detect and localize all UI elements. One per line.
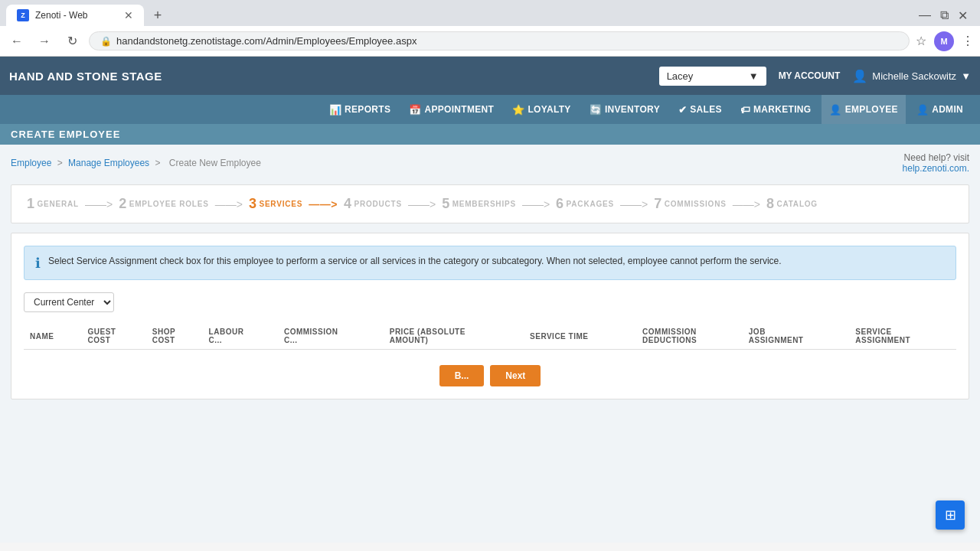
step-arrow-2: ——>: [215, 198, 243, 210]
back-button[interactable]: B...: [439, 365, 485, 386]
nav-label-admin: ADMIN: [932, 104, 963, 115]
refresh-button[interactable]: ↻: [61, 34, 83, 48]
step-arrow-3: ——>: [309, 198, 338, 210]
step-2-employee-roles[interactable]: 2 EMPLOYEE ROLES: [119, 196, 209, 212]
content-area: Employee > Manage Employees > Create New…: [0, 145, 980, 543]
back-button[interactable]: ←: [6, 34, 28, 48]
step-2-label: EMPLOYEE ROLES: [129, 200, 209, 208]
window-controls: — ⧉ ✕: [919, 8, 974, 23]
col-job-assignment: JOBASSIGNMENT: [743, 323, 850, 350]
location-selector: Lacey ▼: [659, 67, 766, 86]
minimize-button[interactable]: —: [919, 8, 931, 23]
help-section: Need help? visit help.zenoti.com.: [903, 152, 969, 174]
nav-item-admin[interactable]: 👤 ADMIN: [909, 95, 971, 124]
step-7-label: COMMISSIONS: [665, 200, 727, 208]
step-arrow-4: ——>: [408, 198, 436, 210]
step-1-number: 1: [27, 196, 35, 212]
nav-label-appointment: APPOINTMENT: [425, 104, 495, 115]
nav-item-sales[interactable]: ✔ SALES: [671, 95, 730, 124]
nav-item-appointment[interactable]: 📅 APPOINTMENT: [401, 95, 501, 124]
info-box: ℹ Select Service Assignment check box fo…: [24, 246, 956, 280]
fab-button[interactable]: ⊞: [936, 500, 965, 530]
app: HAND AND STONE STAGE Lacey ▼ MY ACCOUNT …: [0, 57, 980, 551]
col-guest-cost: GUESTCOST: [82, 323, 146, 350]
location-chevron-icon: ▼: [749, 70, 759, 82]
step-8-catalog[interactable]: 8 CATALOG: [766, 196, 818, 212]
step-6-label: PACKAGES: [567, 200, 614, 208]
nav-item-loyalty[interactable]: ⭐ LOYALTY: [505, 95, 578, 124]
browser-menu-icon[interactable]: ⋮: [962, 34, 974, 48]
main-panel: ℹ Select Service Assignment check box fo…: [11, 233, 969, 399]
step-5-memberships[interactable]: 5 MEMBERSHIPS: [442, 196, 516, 212]
location-dropdown[interactable]: Lacey ▼: [659, 67, 766, 86]
step-7-commissions[interactable]: 7 COMMISSIONS: [654, 196, 727, 212]
nav-label-inventory: INVENTORY: [605, 104, 660, 115]
lock-icon: 🔒: [100, 36, 112, 47]
step-1-general[interactable]: 1 GENERAL: [27, 196, 79, 212]
url-input[interactable]: 🔒 handandstonetg.zenotistage.com/Admin/E…: [89, 31, 910, 51]
browser-chrome: Z Zenoti - Web ✕ + — ⧉ ✕ ← → ↻ 🔒 handand…: [0, 0, 980, 57]
wizard-steps: 1 GENERAL ——> 2 EMPLOYEE ROLES ——> 3 SER…: [11, 184, 969, 223]
help-link[interactable]: help.zenoti.com.: [903, 163, 969, 174]
step-8-number: 8: [766, 196, 775, 212]
step-6-number: 6: [556, 196, 564, 212]
browser-tab[interactable]: Z Zenoti - Web ✕: [6, 5, 144, 26]
forward-button[interactable]: →: [34, 34, 55, 48]
page-header: CREATE EMPLOYEE: [0, 124, 980, 145]
col-commission-deductions: COMMISSIONDEDUCTIONS: [636, 323, 743, 350]
col-service-time: SERVICE TIME: [524, 323, 636, 350]
breadcrumb-manage-employees-link[interactable]: Manage Employees: [68, 158, 149, 168]
user-info[interactable]: 👤 Michelle Sackowitz ▼: [852, 69, 971, 83]
step-3-services[interactable]: 3 SERVICES ——>: [249, 196, 344, 212]
my-account-button[interactable]: MY ACCOUNT: [779, 70, 841, 81]
next-button[interactable]: Next: [490, 365, 541, 386]
step-2-number: 2: [119, 196, 127, 212]
nav-item-inventory[interactable]: 🔄 INVENTORY: [582, 95, 668, 124]
employee-icon: 👤: [829, 104, 841, 116]
step-arrow-5: ——>: [522, 198, 550, 210]
user-name: Michelle Sackowitz: [872, 70, 956, 82]
col-commission: COMMISSIONC...: [278, 323, 384, 350]
step-5-number: 5: [442, 196, 450, 212]
breadcrumb-separator-2: >: [155, 158, 162, 168]
breadcrumb-employee-link[interactable]: Employee: [11, 158, 51, 168]
step-3-label: SERVICES: [259, 200, 302, 208]
page-title: CREATE EMPLOYEE: [11, 129, 120, 140]
col-service-assignment: SERVICEASSIGNMENT: [849, 323, 956, 350]
nav-item-reports[interactable]: 📊 REPORTS: [322, 95, 398, 124]
col-shop-cost: SHOPCOST: [146, 323, 203, 350]
breadcrumb-row: Employee > Manage Employees > Create New…: [11, 152, 969, 174]
nav-item-marketing[interactable]: 🏷 MARKETING: [733, 95, 819, 124]
inventory-icon: 🔄: [590, 104, 602, 116]
breadcrumb: Employee > Manage Employees > Create New…: [11, 158, 264, 168]
help-text: Need help? visit: [904, 152, 969, 163]
user-avatar-icon: 👤: [852, 69, 867, 83]
step-arrow-6: ——>: [620, 198, 648, 210]
maximize-button[interactable]: ⧉: [940, 8, 949, 23]
nav-label-reports: REPORTS: [345, 104, 390, 115]
browser-user-avatar[interactable]: M: [934, 31, 954, 51]
nav-label-loyalty: LOYALTY: [528, 104, 570, 115]
step-4-number: 4: [344, 196, 352, 212]
tab-close-button[interactable]: ✕: [124, 9, 133, 21]
services-table: NAME GUESTCOST SHOPCOST LABOURC... COMMI…: [24, 323, 956, 350]
location-name: Lacey: [667, 70, 694, 82]
step-5-label: MEMBERSHIPS: [452, 200, 516, 208]
step-1-label: GENERAL: [38, 200, 80, 208]
marketing-icon: 🏷: [740, 104, 750, 116]
step-6-packages[interactable]: 6 PACKAGES: [556, 196, 614, 212]
user-chevron-icon: ▼: [961, 70, 971, 82]
address-bar-icons: ☆ M ⋮: [916, 31, 974, 51]
info-message: Select Service Assignment check box for …: [48, 254, 782, 268]
step-4-products[interactable]: 4 PRODUCTS: [344, 196, 402, 212]
url-text: handandstonetg.zenotistage.com/Admin/Emp…: [116, 35, 416, 47]
center-filter-dropdown[interactable]: Current Center All Centers: [24, 292, 114, 312]
bookmark-icon[interactable]: ☆: [916, 34, 926, 48]
window-close-button[interactable]: ✕: [958, 8, 968, 23]
step-8-label: CATALOG: [776, 200, 818, 208]
new-tab-button[interactable]: +: [147, 5, 168, 26]
step-3-number: 3: [249, 196, 257, 212]
nav-label-employee: EMPLOYEE: [845, 104, 898, 115]
nav-item-employee[interactable]: 👤 EMPLOYEE: [822, 95, 905, 124]
sales-icon: ✔: [678, 104, 687, 116]
